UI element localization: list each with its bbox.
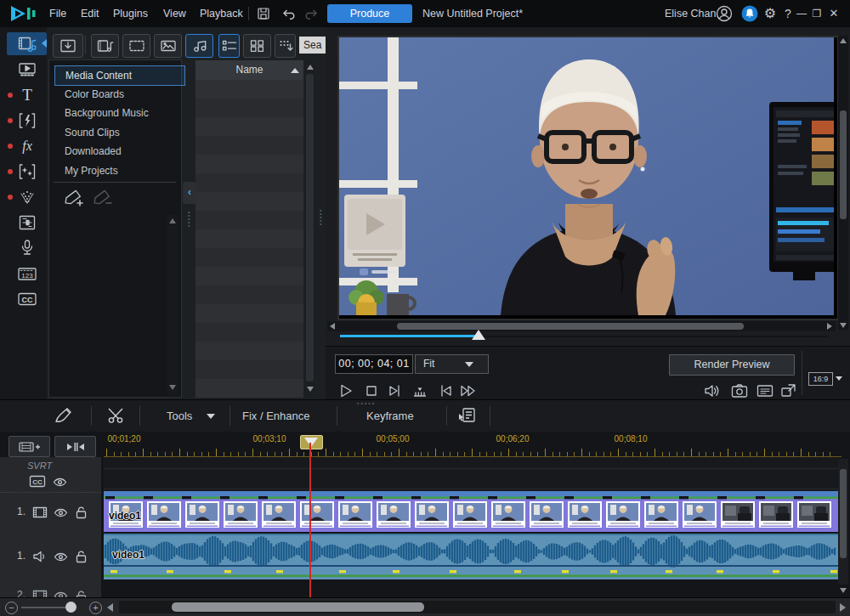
scroll-up-icon[interactable]	[840, 38, 847, 43]
category-scrollbar[interactable]	[167, 215, 178, 395]
zoom-out-button[interactable]: −	[5, 602, 18, 614]
eye-icon[interactable]	[54, 507, 68, 518]
save-icon[interactable]	[257, 7, 270, 20]
list-row[interactable]	[196, 211, 303, 229]
list-row[interactable]	[196, 173, 303, 192]
list-row[interactable]	[196, 192, 303, 211]
scroll-right-icon[interactable]	[827, 323, 832, 330]
preview-quality-button[interactable]	[754, 381, 776, 401]
zoom-slider-thumb[interactable]	[65, 602, 76, 613]
rail-chapter-room[interactable]: 123	[8, 262, 47, 285]
stop-button[interactable]	[360, 381, 382, 401]
tools-menu[interactable]: Tools	[167, 400, 192, 432]
eye-icon[interactable]	[53, 477, 67, 488]
undock-player-button[interactable]	[778, 381, 800, 401]
list-row[interactable]	[196, 99, 303, 117]
video-track-2-header[interactable]: 2.	[0, 580, 101, 597]
list-row[interactable]	[196, 267, 303, 285]
list-row[interactable]	[196, 248, 303, 267]
undo-icon[interactable]	[280, 7, 296, 20]
scroll-down-icon[interactable]	[307, 387, 314, 392]
remove-tag-icon[interactable]	[92, 188, 112, 208]
close-button[interactable]: ✕	[827, 0, 841, 27]
gear-icon[interactable]: ⚙	[762, 0, 779, 27]
rail-transition-room[interactable]	[8, 109, 47, 132]
list-row[interactable]	[196, 360, 303, 379]
zoom-in-button[interactable]: +	[89, 602, 102, 614]
rail-particle-room[interactable]	[8, 185, 47, 208]
category-my-projects[interactable]: My Projects	[54, 161, 184, 180]
category-sound-clips[interactable]: Sound Clips	[54, 123, 184, 142]
scroll-left-icon[interactable]	[107, 603, 113, 612]
previous-frame-button[interactable]	[384, 381, 406, 401]
lock-open-icon[interactable]	[75, 506, 88, 519]
preview-hscrollbar[interactable]	[327, 321, 836, 331]
filter-photo-button[interactable]	[154, 34, 182, 58]
rail-media-room[interactable]	[7, 32, 47, 55]
timecode-display[interactable]: 00; 00; 04; 01	[335, 354, 413, 374]
filter-all-media-button[interactable]	[91, 34, 119, 58]
aspect-ratio-badge[interactable]: 16:9	[808, 372, 833, 386]
list-row[interactable]	[196, 285, 303, 304]
scroll-up-icon[interactable]	[307, 65, 314, 70]
list-row[interactable]	[196, 80, 303, 99]
rail-title-room[interactable]: T	[8, 83, 47, 106]
video-preview[interactable]	[337, 36, 839, 320]
sort-button[interactable]	[275, 34, 296, 58]
fix-enhance-button[interactable]: Fix / Enhance	[242, 400, 310, 432]
category-downloaded[interactable]: Downloaded	[54, 142, 184, 161]
fast-forward-button[interactable]	[457, 381, 479, 401]
help-button[interactable]: ?	[782, 0, 794, 27]
redo-icon[interactable]	[304, 7, 320, 20]
scroll-down-icon[interactable]	[840, 323, 847, 328]
track-manager-button[interactable]	[8, 436, 50, 457]
scroll-right-icon[interactable]	[840, 603, 846, 612]
rail-subtitle-room[interactable]: CC	[8, 287, 47, 310]
eye-icon[interactable]	[54, 551, 68, 562]
keyframe-button[interactable]: Keyframe	[366, 400, 414, 432]
collapse-panel-button[interactable]: ‹	[183, 182, 196, 204]
play-button[interactable]	[335, 381, 357, 401]
rail-audio-mixing-room[interactable]	[8, 211, 47, 234]
preview-vscrollbar[interactable]	[838, 36, 848, 330]
panel-drag-handle[interactable]: •••••	[188, 211, 190, 228]
clip-properties-icon[interactable]	[457, 407, 476, 424]
cc-small-icon[interactable]: CC	[29, 475, 46, 488]
produce-button[interactable]: Produce	[327, 4, 412, 23]
rail-overlay-room[interactable]	[8, 160, 47, 183]
category-background-music[interactable]: Background Music	[54, 104, 184, 122]
menu-playback[interactable]: Playback	[200, 0, 243, 27]
list-row[interactable]	[196, 117, 303, 136]
media-list-scrollbar[interactable]	[304, 60, 315, 396]
category-media-content[interactable]: Media Content	[54, 65, 185, 86]
scroll-down-icon[interactable]	[840, 588, 847, 593]
svrt-track-header[interactable]: SVRT CC	[0, 457, 101, 493]
timeline-vscrollbar[interactable]	[838, 459, 848, 585]
video-clip[interactable]: video1	[104, 491, 838, 532]
notification-bell-icon[interactable]	[741, 5, 758, 22]
menu-plugins[interactable]: Plugins	[113, 0, 148, 27]
audio-track-1-header[interactable]: 1.	[0, 533, 101, 580]
filter-video-button[interactable]	[122, 34, 150, 58]
timeline-zoom-slider[interactable]	[21, 607, 66, 608]
rail-effect-room[interactable]: fx	[8, 134, 47, 157]
lock-open-icon[interactable]	[75, 550, 88, 563]
panel-splitter[interactable]: •••••	[320, 209, 322, 226]
render-preview-button[interactable]: Render Preview	[669, 354, 795, 376]
list-row[interactable]	[196, 342, 303, 360]
category-color-boards[interactable]: Color Boards	[54, 85, 184, 104]
designer-pen-icon[interactable]	[53, 406, 76, 425]
list-row[interactable]	[196, 304, 303, 323]
timeline-hscrollbar[interactable]	[119, 601, 836, 613]
search-input[interactable]: Sea	[299, 37, 326, 54]
view-grid-button[interactable]	[243, 34, 271, 58]
volume-button[interactable]	[701, 381, 723, 401]
rail-plugins-room[interactable]	[8, 58, 47, 81]
menu-file[interactable]: File	[49, 0, 66, 27]
list-row[interactable]	[196, 323, 303, 342]
menu-view[interactable]: View	[163, 0, 186, 27]
zoom-mode-select[interactable]: Fit	[415, 354, 489, 374]
next-frame-button[interactable]	[434, 381, 456, 401]
chevron-down-icon[interactable]	[207, 414, 215, 419]
minimize-button[interactable]: —	[796, 0, 808, 27]
